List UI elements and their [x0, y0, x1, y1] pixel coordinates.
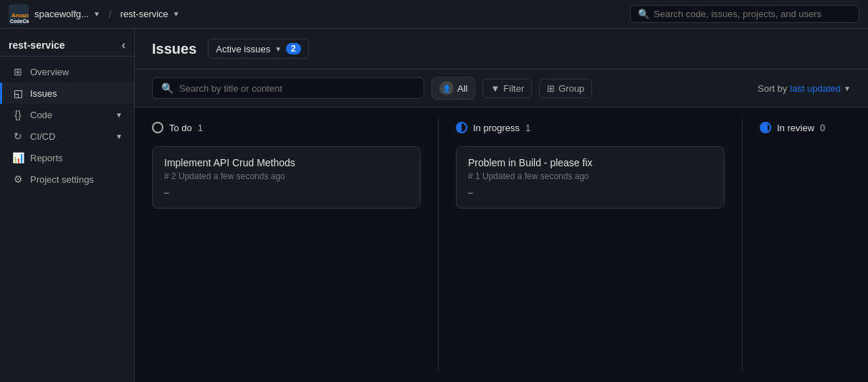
- group-label: Group: [558, 83, 584, 94]
- column-header-todo: To do1: [152, 119, 421, 139]
- sidebar: rest-service ‹ ⊞ Overview ◱ Issues {} Co…: [0, 29, 135, 382]
- topbar-separator: /: [109, 9, 112, 20]
- column-title-todo: To do: [169, 123, 192, 133]
- column-icon-inreview: [760, 122, 771, 133]
- issues-title: Issues: [152, 41, 196, 57]
- sidebar-item-label: CI/CD: [30, 131, 55, 142]
- issue-card-title: Problem in Build - please fix: [468, 157, 712, 168]
- topbar: Amazon CodeCatalyst spacewolfg... ▼ / re…: [0, 0, 868, 29]
- global-search-icon: 🔍: [638, 9, 649, 19]
- kanban-board: To do1Implement API Crud Methods# 2 Upda…: [135, 108, 868, 382]
- sidebar-item-overview[interactable]: ⊞ Overview: [0, 61, 134, 82]
- sidebar-item-cicd[interactable]: ↻ CI/CD ▼: [0, 125, 134, 147]
- workspace-name: spacewolfg...: [34, 9, 89, 19]
- sidebar-item-label: Overview: [30, 67, 69, 77]
- issues-toolbar: 🔍 👤 All ▼ Filter ⊞ Group Sort by last up…: [135, 70, 868, 108]
- group-icon: ⊞: [547, 83, 555, 94]
- all-avatar-icon: 👤: [439, 81, 454, 95]
- content-area: Issues Active issues ▼ 2 🔍 👤 All ▼ Filte…: [135, 29, 868, 382]
- filter-label: Filter: [503, 83, 524, 94]
- global-search-input[interactable]: [654, 9, 852, 19]
- all-filter-button[interactable]: 👤 All: [431, 77, 475, 100]
- filter-icon: ▼: [490, 83, 500, 94]
- sidebar-item-label: Code: [30, 110, 52, 120]
- sidebar-item-reports[interactable]: 📊 Reports: [0, 147, 134, 168]
- issue-card-dash: –: [468, 187, 712, 198]
- issues-search-input[interactable]: [179, 83, 415, 94]
- workspace-caret-icon: ▼: [93, 10, 100, 18]
- code-expand-icon: ▼: [115, 111, 123, 119]
- column-title-inreview: In review: [777, 123, 814, 133]
- active-issues-button[interactable]: Active issues ▼ 2: [208, 39, 308, 59]
- column-icon-todo: [152, 122, 163, 133]
- cicd-icon: ↻: [11, 130, 24, 142]
- column-header-inreview: In review0: [760, 119, 868, 139]
- issues-header: Issues Active issues ▼ 2: [135, 29, 868, 70]
- project-caret-icon: ▼: [173, 10, 180, 18]
- column-title-inprogress: In progress: [473, 123, 520, 133]
- sidebar-header: rest-service ‹: [0, 34, 134, 57]
- project-name: rest-service: [120, 9, 168, 19]
- issue-card-dash: –: [164, 187, 409, 198]
- global-search-box[interactable]: 🔍: [630, 5, 859, 23]
- column-inreview: In review0: [760, 119, 868, 371]
- sidebar-item-label: Project settings: [30, 174, 94, 185]
- column-count-todo: 1: [198, 123, 203, 133]
- cicd-expand-icon: ▼: [115, 133, 123, 140]
- sidebar-project-name: rest-service: [9, 39, 65, 51]
- sort-by-value[interactable]: last updated: [790, 83, 841, 94]
- issue-card-title: Implement API Crud Methods: [164, 157, 409, 168]
- sidebar-item-issues[interactable]: ◱ Issues: [0, 82, 134, 104]
- column-icon-inprogress: [456, 122, 467, 133]
- column-inprogress: In progress1Problem in Build - please fi…: [456, 119, 743, 371]
- sidebar-item-label: Reports: [30, 153, 63, 163]
- sidebar-item-settings[interactable]: ⚙ Project settings: [0, 168, 134, 190]
- overview-icon: ⊞: [11, 66, 24, 77]
- column-count-inreview: 0: [820, 123, 825, 133]
- sort-section: Sort by last updated ▼: [758, 83, 851, 94]
- issues-icon: ◱: [11, 87, 24, 99]
- active-issues-caret-icon: ▼: [275, 45, 282, 53]
- svg-text:CodeCatalyst: CodeCatalyst: [10, 19, 29, 24]
- issues-badge: 2: [286, 43, 301, 54]
- code-icon: {}: [11, 109, 24, 120]
- sidebar-collapse-button[interactable]: ‹: [122, 39, 125, 52]
- amazon-logo-icon: Amazon CodeCatalyst: [9, 4, 29, 24]
- column-count-inprogress: 1: [525, 123, 530, 133]
- group-button[interactable]: ⊞ Group: [539, 79, 592, 98]
- settings-icon: ⚙: [11, 173, 24, 185]
- main-layout: rest-service ‹ ⊞ Overview ◱ Issues {} Co…: [0, 29, 868, 382]
- svg-text:Amazon: Amazon: [11, 12, 29, 19]
- issue-card-meta: # 2 Updated a few seconds ago: [164, 171, 409, 181]
- issue-card-1[interactable]: Problem in Build - please fix# 1 Updated…: [456, 146, 725, 209]
- filter-button[interactable]: ▼ Filter: [482, 79, 532, 98]
- issues-search-icon: 🔍: [161, 82, 173, 94]
- issues-search-box[interactable]: 🔍: [152, 77, 424, 99]
- active-issues-label: Active issues: [216, 44, 270, 54]
- issue-card-meta: # 1 Updated a few seconds ago: [468, 171, 712, 181]
- brand-logo[interactable]: Amazon CodeCatalyst: [9, 4, 29, 24]
- issue-card-2[interactable]: Implement API Crud Methods# 2 Updated a …: [152, 146, 421, 209]
- project-selector[interactable]: rest-service ▼: [120, 9, 180, 19]
- column-header-inprogress: In progress1: [456, 119, 725, 139]
- workspace-selector[interactable]: spacewolfg... ▼: [34, 9, 100, 19]
- sidebar-item-label: Issues: [30, 88, 57, 99]
- reports-icon: 📊: [11, 152, 24, 163]
- sidebar-item-code[interactable]: {} Code ▼: [0, 104, 134, 125]
- sort-caret-icon[interactable]: ▼: [844, 85, 851, 92]
- column-todo: To do1Implement API Crud Methods# 2 Upda…: [152, 119, 439, 371]
- sort-by-label: Sort by: [758, 83, 787, 94]
- all-label: All: [457, 83, 467, 94]
